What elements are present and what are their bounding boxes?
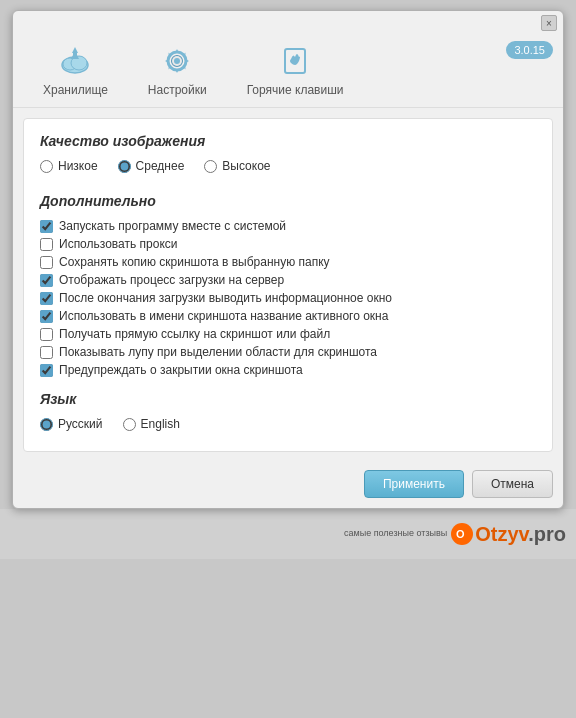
magnifier-checkbox[interactable] — [40, 346, 53, 359]
direct-link-checkbox[interactable] — [40, 328, 53, 341]
footer-area: Применить Отмена — [13, 462, 563, 508]
info-window-checkbox[interactable] — [40, 292, 53, 305]
quality-medium-label: Среднее — [136, 159, 185, 173]
checkbox-show-upload[interactable]: Отображать процесс загрузки на сервер — [40, 273, 536, 287]
version-badge: 3.0.15 — [506, 41, 553, 59]
tab-hotkeys-label: Горячие клавиши — [247, 83, 344, 97]
content-area: Качество изображения Низкое Среднее Высо… — [23, 118, 553, 452]
save-copy-checkbox[interactable] — [40, 256, 53, 269]
lang-en-option[interactable]: English — [123, 417, 180, 431]
gear-icon — [159, 43, 195, 79]
lang-ru-option[interactable]: Русский — [40, 417, 103, 431]
checkbox-direct-link[interactable]: Получать прямую ссылку на скриншот или ф… — [40, 327, 536, 341]
warn-close-label: Предупреждать о закрытии окна скриншота — [59, 363, 303, 377]
otzyv-logo: самые полезные отзывы O Otzyv.pro — [344, 523, 566, 546]
quality-medium-option[interactable]: Среднее — [118, 159, 185, 173]
checkbox-active-window[interactable]: Использовать в имени скриншота название … — [40, 309, 536, 323]
warn-close-checkbox[interactable] — [40, 364, 53, 377]
autostart-checkbox[interactable] — [40, 220, 53, 233]
tab-storage[interactable]: Хранилище — [23, 37, 128, 107]
svg-point-10 — [174, 58, 180, 64]
cloud-icon — [57, 43, 93, 79]
checkbox-info-window[interactable]: После окончания загрузки выводить информ… — [40, 291, 536, 305]
quality-medium-radio[interactable] — [118, 160, 131, 173]
lang-en-radio[interactable] — [123, 418, 136, 431]
active-window-checkbox[interactable] — [40, 310, 53, 323]
lang-ru-label: Русский — [58, 417, 103, 431]
quality-section-title: Качество изображения — [40, 133, 536, 149]
tab-hotkeys[interactable]: Горячие клавиши — [227, 37, 364, 107]
app-window: × Хранилище — [12, 10, 564, 509]
language-section-title: Язык — [40, 391, 536, 407]
show-upload-label: Отображать процесс загрузки на сервер — [59, 273, 284, 287]
flame-icon — [277, 43, 313, 79]
autostart-label: Запускать программу вместе с системой — [59, 219, 286, 233]
close-button[interactable]: × — [541, 15, 557, 31]
quality-low-radio[interactable] — [40, 160, 53, 173]
lang-en-label: English — [141, 417, 180, 431]
checkbox-autostart[interactable]: Запускать программу вместе с системой — [40, 219, 536, 233]
quality-radio-group: Низкое Среднее Высокое — [40, 159, 536, 173]
tab-settings-label: Настройки — [148, 83, 207, 97]
otzyv-tagline: самые полезные отзывы — [344, 528, 447, 540]
direct-link-label: Получать прямую ссылку на скриншот или ф… — [59, 327, 330, 341]
svg-marker-5 — [72, 47, 78, 53]
magnifier-label: Показывать лупу при выделении области дл… — [59, 345, 377, 359]
checkbox-list: Запускать программу вместе с системой Ис… — [40, 219, 536, 377]
tab-storage-label: Хранилище — [43, 83, 108, 97]
advanced-section-title: Дополнительно — [40, 193, 536, 209]
checkbox-warn-close[interactable]: Предупреждать о закрытии окна скриншота — [40, 363, 536, 377]
svg-text:O: O — [456, 528, 465, 540]
checkbox-magnifier[interactable]: Показывать лупу при выделении области дл… — [40, 345, 536, 359]
quality-high-radio[interactable] — [204, 160, 217, 173]
checkbox-proxy[interactable]: Использовать прокси — [40, 237, 536, 251]
apply-button[interactable]: Применить — [364, 470, 464, 498]
title-bar: × — [13, 11, 563, 31]
proxy-checkbox[interactable] — [40, 238, 53, 251]
info-window-label: После окончания загрузки выводить информ… — [59, 291, 392, 305]
checkbox-save-copy[interactable]: Сохранять копию скриншота в выбранную па… — [40, 255, 536, 269]
quality-high-option[interactable]: Высокое — [204, 159, 270, 173]
cancel-button[interactable]: Отмена — [472, 470, 553, 498]
otzyv-brand-text: Otzyv.pro — [475, 523, 566, 546]
tab-settings[interactable]: Настройки — [128, 37, 227, 107]
language-radio-group: Русский English — [40, 417, 536, 431]
toolbar: Хранилище — [13, 31, 563, 108]
active-window-label: Использовать в имени скриншота название … — [59, 309, 388, 323]
quality-low-label: Низкое — [58, 159, 98, 173]
otzyv-logo-icon: O — [451, 523, 473, 545]
show-upload-checkbox[interactable] — [40, 274, 53, 287]
quality-low-option[interactable]: Низкое — [40, 159, 98, 173]
quality-high-label: Высокое — [222, 159, 270, 173]
lang-ru-radio[interactable] — [40, 418, 53, 431]
proxy-label: Использовать прокси — [59, 237, 178, 251]
save-copy-label: Сохранять копию скриншота в выбранную па… — [59, 255, 330, 269]
bottom-bar: самые полезные отзывы O Otzyv.pro — [0, 509, 576, 559]
